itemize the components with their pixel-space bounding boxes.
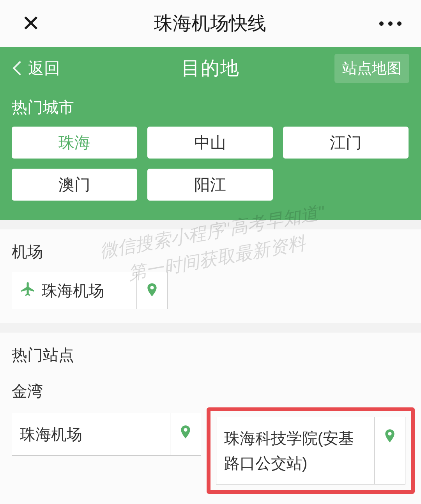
back-button[interactable]: 返回 — [15, 58, 60, 79]
stations-section: 热门站点 — [0, 333, 421, 381]
stations-row: 珠海机场 珠海科技学院(安基路口公交站) — [0, 410, 421, 504]
stations-section-label: 热门站点 — [12, 344, 409, 366]
station-item[interactable]: 珠海科技学院(安基路口公交站) — [216, 417, 405, 485]
district-label: 金湾 — [0, 381, 421, 410]
city-chip-zhuhai[interactable]: 珠海 — [12, 127, 137, 159]
airport-section-label: 机场 — [12, 241, 409, 263]
pin-icon — [144, 282, 160, 299]
hot-cities-label: 热门城市 — [0, 90, 421, 127]
city-chip-zhongshan[interactable]: 中山 — [147, 127, 273, 159]
station-pin-button[interactable] — [374, 417, 405, 485]
pin-icon — [382, 428, 398, 445]
station-pin-button[interactable] — [170, 413, 201, 456]
plane-icon — [20, 281, 36, 301]
airport-name: 珠海机场 — [42, 280, 104, 301]
destination-panel: 返回 目的地 站点地图 热门城市 珠海 中山 江门 澳门 阳江 — [0, 47, 421, 220]
airport-pin-button[interactable] — [136, 272, 168, 309]
city-chip-macau[interactable]: 澳门 — [12, 169, 137, 201]
airport-section: 机场 珠海机场 — [0, 229, 421, 323]
highlighted-station: 珠海科技学院(安基路口公交站) — [207, 407, 415, 494]
city-chip-yangjiang[interactable]: 阳江 — [147, 169, 273, 201]
airport-item[interactable]: 珠海机场 — [12, 272, 168, 309]
top-bar: ✕ 珠海机场快线 — [0, 0, 421, 47]
more-icon[interactable] — [379, 21, 402, 26]
station-item[interactable]: 珠海机场 — [12, 413, 201, 456]
chevron-left-icon — [13, 61, 27, 76]
city-grid: 珠海 中山 江门 澳门 阳江 — [0, 127, 421, 201]
back-label: 返回 — [28, 58, 60, 79]
pin-icon — [178, 424, 193, 441]
station-name: 珠海科技学院(安基路口公交站) — [216, 417, 374, 485]
close-icon[interactable]: ✕ — [21, 12, 41, 35]
city-chip-jiangmen[interactable]: 江门 — [283, 127, 409, 159]
app-title: 珠海机场快线 — [154, 11, 266, 36]
site-map-button[interactable]: 站点地图 — [334, 54, 409, 83]
station-name: 珠海机场 — [12, 413, 170, 456]
page-title: 目的地 — [181, 56, 240, 81]
